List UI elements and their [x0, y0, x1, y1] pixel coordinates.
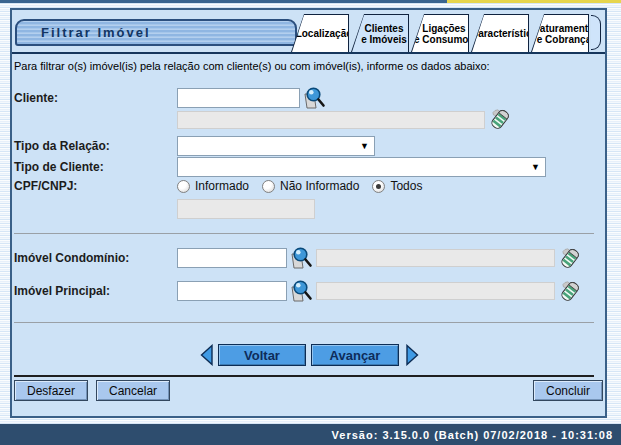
imovel-condominio-code-input[interactable]: [177, 248, 287, 268]
tab-faturamento-e-cobranca[interactable]: Faturamento e Cobrança: [531, 14, 589, 52]
panel-header: Filtrar Imóvel Localização Clientes e Im…: [12, 10, 605, 54]
imovel-principal-search-icon[interactable]: [289, 279, 313, 303]
radio-icon[interactable]: [177, 180, 190, 193]
tipo-relacao-select[interactable]: ▼: [177, 136, 375, 156]
tab-clientes-e-imoveis[interactable]: Clientes e Imóveis: [351, 14, 409, 52]
tab-label: Clientes: [365, 23, 404, 34]
imovel-condominio-desc-display: [316, 249, 555, 267]
imovel-principal-code-input[interactable]: [177, 281, 287, 301]
tab-strip: Localização Clientes e Imóveis Ligações …: [289, 14, 601, 52]
page-title-text: Filtrar Imóvel: [41, 25, 151, 40]
imovel-principal-erase-icon[interactable]: [560, 280, 580, 303]
section-divider: [14, 233, 594, 234]
cliente-code-input[interactable]: [177, 88, 300, 108]
tab-label-2: e Imóveis: [361, 34, 407, 45]
cpf-cnpj-label: CPF/CNPJ:: [14, 179, 177, 193]
chevron-down-icon: ▼: [360, 141, 374, 151]
tab-label: Ligações: [422, 23, 465, 34]
radio-label: Não Informado: [280, 179, 359, 193]
version-text: Versão: 3.15.0.0 (Batch) 07/02/2018 - 10…: [332, 429, 613, 441]
imovel-condominio-label: Imóvel Condomínio:: [14, 251, 177, 265]
radio-informado[interactable]: Informado: [177, 179, 249, 193]
arrow-right-icon[interactable]: [406, 344, 419, 366]
desfazer-button[interactable]: Desfazer: [14, 380, 88, 401]
instruction-text: Para filtrar o(s) imóvel(is) pela relaçã…: [14, 60, 490, 72]
radio-icon[interactable]: [372, 180, 385, 193]
filtrar-imovel-panel: Filtrar Imóvel Localização Clientes e Im…: [10, 8, 607, 418]
radio-nao-informado[interactable]: Não Informado: [262, 179, 359, 193]
section-divider: [14, 322, 594, 323]
window-top-accent: [0, 0, 621, 3]
chevron-down-icon: ▼: [531, 162, 545, 172]
form-area: Para filtrar o(s) imóvel(is) pela relaçã…: [12, 54, 605, 414]
imovel-principal-desc-display: [316, 282, 555, 300]
cancelar-button[interactable]: Cancelar: [96, 380, 170, 401]
tab-caracteristica[interactable]: Característica: [471, 14, 529, 52]
cliente-label: Cliente:: [14, 91, 177, 105]
radio-label: Informado: [195, 179, 249, 193]
version-footer: Versão: 3.15.0.0 (Batch) 07/02/2018 - 10…: [0, 424, 621, 445]
cliente-search-icon[interactable]: [302, 86, 326, 110]
cpf-cnpj-value-display: [177, 199, 315, 219]
tab-label: Localização: [296, 28, 353, 39]
tipo-cliente-select[interactable]: ▼: [177, 157, 546, 177]
radio-label: Todos: [390, 179, 422, 193]
avancar-button[interactable]: Avançar: [311, 344, 399, 366]
tab-label: Faturamento: [534, 23, 595, 34]
actions-divider: [14, 375, 594, 377]
tab-localizacao[interactable]: Localização: [291, 14, 349, 52]
cliente-name-display: [177, 111, 485, 129]
imovel-principal-label: Imóvel Principal:: [14, 284, 177, 298]
concluir-button[interactable]: Concluir: [533, 380, 603, 401]
tab-label: Característica: [471, 28, 537, 39]
tab-ligacoes-e-consumos[interactable]: Ligações e Consumos: [411, 14, 469, 52]
tipo-relacao-label: Tipo da Relação:: [14, 139, 177, 153]
radio-todos[interactable]: Todos: [372, 179, 422, 193]
cliente-erase-icon[interactable]: [490, 108, 510, 131]
radio-icon[interactable]: [262, 180, 275, 193]
tab-strip-end-cap: [591, 15, 601, 50]
tab-label-2: e Consumos: [414, 34, 474, 45]
imovel-condominio-search-icon[interactable]: [289, 246, 313, 270]
voltar-button[interactable]: Voltar: [218, 344, 306, 366]
tipo-cliente-label: Tipo de Cliente:: [14, 160, 177, 174]
page-title: Filtrar Imóvel: [15, 19, 297, 46]
imovel-condominio-erase-icon[interactable]: [560, 247, 580, 270]
tab-label-2: e Cobrança: [537, 34, 591, 45]
arrow-left-icon[interactable]: [200, 344, 213, 366]
